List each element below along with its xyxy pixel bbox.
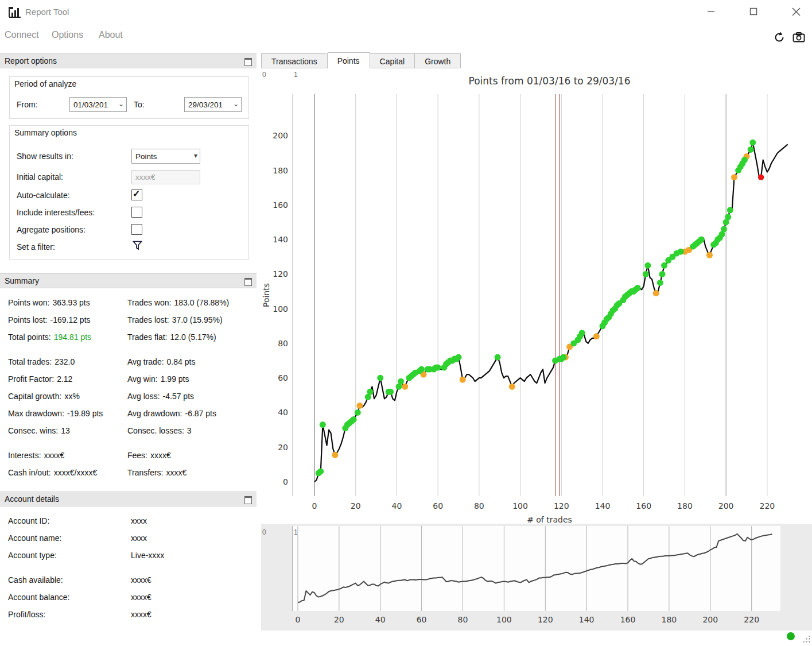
range-slider-label-max: 1 <box>294 71 298 79</box>
chevron-down-icon: ⌄ <box>118 100 124 108</box>
section-title: Report options <box>5 56 57 65</box>
svg-text:80: 80 <box>458 615 468 624</box>
initial-capital-label: Initial capital: <box>17 172 63 181</box>
range-slider-label-max: 1 <box>294 528 298 536</box>
tab-capital[interactable]: Capital <box>370 53 415 68</box>
connection-status-indicator <box>787 632 795 640</box>
svg-text:180: 180 <box>273 166 288 175</box>
summary-stat: Trades won:183.0 (78.88%) <box>127 294 229 311</box>
svg-text:180: 180 <box>677 501 693 510</box>
camera-icon[interactable] <box>792 31 805 44</box>
svg-text:0: 0 <box>312 501 317 510</box>
summary-stat: Trades lost:37.0 (15.95%) <box>127 311 229 328</box>
titlebar: Report Tool <box>0 0 812 25</box>
show-results-combo[interactable]: Points ▾ <box>131 149 200 164</box>
svg-text:200: 200 <box>718 501 734 510</box>
svg-text:60: 60 <box>433 501 443 510</box>
close-button[interactable] <box>790 6 802 17</box>
svg-text:0: 0 <box>296 615 301 624</box>
svg-text:120: 120 <box>273 269 288 278</box>
account-row: Account balance:xxxx€ <box>8 589 164 606</box>
summary-stat: Profit Factor:2.12 <box>8 370 103 388</box>
svg-text:100: 100 <box>273 304 288 314</box>
filter-icon[interactable] <box>132 240 143 253</box>
range-slider-label-min: 0 <box>262 528 266 536</box>
from-date-combo[interactable]: 01/03/201 ⌄ <box>69 97 127 112</box>
svg-text:60: 60 <box>278 373 288 382</box>
auto-calculate-checkbox[interactable] <box>131 189 142 200</box>
include-fees-label: Include interests/fees: <box>17 208 95 217</box>
period-groupbox: Period of analyze From: 01/03/201 ⌄ To: … <box>9 76 249 119</box>
chevron-down-icon: ▾ <box>194 152 197 160</box>
tab-points[interactable]: Points <box>328 52 370 68</box>
to-label: To: <box>134 100 145 109</box>
menu-options[interactable]: Options <box>52 30 83 40</box>
svg-text:160: 160 <box>620 615 636 624</box>
summary-body: Points won:363.93 pts Points lost:-169.1… <box>0 273 257 492</box>
svg-text:220: 220 <box>744 615 759 624</box>
svg-text:80: 80 <box>278 339 288 348</box>
show-results-label: Show results in: <box>17 152 73 161</box>
groupbox-title: Summary options <box>14 128 77 137</box>
svg-text:40: 40 <box>392 501 402 510</box>
svg-text:140: 140 <box>579 615 595 624</box>
include-fees-checkbox[interactable] <box>131 207 142 218</box>
summary-column-left: Points won:363.93 pts Points lost:-169.1… <box>8 294 103 489</box>
from-date-value: 01/03/201 <box>73 100 108 109</box>
set-filter-label: Set a filter: <box>17 242 55 252</box>
resize-grip[interactable] <box>803 636 811 645</box>
svg-text:120: 120 <box>554 501 569 510</box>
menu-connect[interactable]: Connect <box>5 30 39 40</box>
points-chart[interactable]: 0204060801001201401601802002200204060801… <box>261 68 812 523</box>
chevron-down-icon: ⌄ <box>233 100 239 108</box>
svg-text:40: 40 <box>375 615 386 624</box>
groupbox-title: Period of analyze <box>14 79 76 88</box>
tab-transactions[interactable]: Transactions <box>261 53 328 68</box>
svg-text:Points from 01/03/16 to 29/03/: Points from 01/03/16 to 29/03/16 <box>468 75 630 87</box>
summary-stat: Points lost:-169.12 pts <box>8 311 103 328</box>
float-icon[interactable] <box>244 496 252 504</box>
svg-text:20: 20 <box>334 615 344 624</box>
summary-stat: Points won:363.93 pts <box>8 294 103 311</box>
summary-stat: Capital growth:xx% <box>8 388 103 405</box>
svg-text:60: 60 <box>417 615 427 624</box>
svg-text:100: 100 <box>512 501 528 510</box>
svg-text:160: 160 <box>636 501 651 510</box>
aggregate-positions-checkbox[interactable] <box>131 224 142 235</box>
svg-text:20: 20 <box>278 443 288 452</box>
summary-stat: Max drawdown:-19.89 pts <box>8 405 103 422</box>
summary-stat: Avg drawdown:-6.87 pts <box>127 405 229 422</box>
svg-text:120: 120 <box>538 615 553 624</box>
float-icon[interactable] <box>244 58 252 66</box>
summary-stat: Avg trade:0.84 pts <box>127 353 229 370</box>
svg-text:# of trades: # of trades <box>527 515 572 523</box>
summary-stat: Consec. losses:3 <box>127 422 229 439</box>
section-header-report-options: Report options <box>0 53 257 68</box>
initial-capital-input[interactable] <box>131 170 200 184</box>
menu-about[interactable]: About <box>99 30 123 40</box>
svg-text:80: 80 <box>474 501 484 510</box>
summary-stat: Transfers:xxxx€ <box>127 464 229 481</box>
summary-stat: Avg loss:-4.57 pts <box>127 388 229 405</box>
summary-stat: Interests:xxxx€ <box>8 447 103 464</box>
svg-text:160: 160 <box>273 200 288 210</box>
window-title: Report Tool <box>25 7 69 17</box>
summary-stat: Cash in/out:xxxx€/xxxx€ <box>8 464 103 481</box>
menu-bar: Connect Options About <box>0 25 812 51</box>
to-date-combo[interactable]: 29/03/201 ⌄ <box>184 97 242 112</box>
tab-growth[interactable]: Growth <box>415 53 461 68</box>
svg-text:200: 200 <box>273 131 288 140</box>
chart-area: 0 1 020406080100120140160180200220020406… <box>261 68 812 523</box>
show-results-value: Points <box>135 152 157 161</box>
minimize-button[interactable] <box>705 6 717 17</box>
svg-text:140: 140 <box>595 501 611 510</box>
summary-column-right: Trades won:183.0 (78.88%) Trades lost:37… <box>127 294 229 489</box>
account-row: Profit/loss:xxxx€ <box>8 606 164 623</box>
maximize-button[interactable] <box>748 6 759 17</box>
svg-text:180: 180 <box>662 615 677 624</box>
window-controls <box>705 6 802 17</box>
refresh-icon[interactable] <box>773 31 786 44</box>
chart-navigator[interactable]: 020406080100120140160180200220 <box>261 524 812 630</box>
summary-stat-total-points: Total points:194.81 pts <box>8 328 103 346</box>
account-row: Cash available:xxxx€ <box>8 571 164 589</box>
